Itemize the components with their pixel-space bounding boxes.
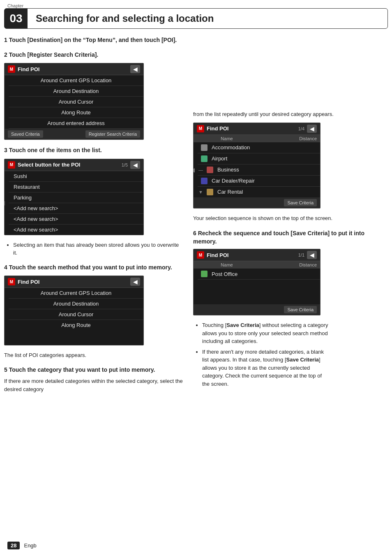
row-post-office[interactable]: Post Office (198, 269, 320, 280)
back-btn-4[interactable]: ◀ (307, 125, 317, 133)
step6-bullets: Touching [Save Criteria] without selecti… (202, 321, 330, 388)
ui-title-5: Find POI (207, 252, 228, 258)
saved-criteria-btn[interactable]: Saved Criteria (8, 130, 43, 138)
page-footer: 28 Engb (0, 542, 392, 549)
app-icon-5: M (197, 251, 204, 259)
app-icon-2: M (8, 161, 15, 169)
step6-bullet1: Touching [Save Criteria] without selecti… (202, 321, 330, 345)
page-language: Engb (24, 542, 36, 549)
page-num-5: 1/1 (298, 253, 304, 257)
row-gps2[interactable]: Around Current GPS Location (9, 288, 143, 299)
ui-title-2: Select button for the POI (18, 162, 80, 168)
row-business[interactable]: — Business (198, 164, 320, 176)
app-icon-3: M (8, 278, 15, 285)
row-car-dealer[interactable]: Car Dealer/Repair (198, 176, 320, 187)
page-number-box: 28 (7, 542, 20, 549)
step3-bullets: Selecting an item that has already been … (13, 241, 183, 257)
row-cursor2[interactable]: Around Cursor (9, 309, 143, 320)
find-poi-categories-screenshot: M Find POI 1/4 ◀ Name Distance ◀ (193, 123, 321, 208)
step6-bullet2: If there aren't any more detailed catego… (202, 348, 330, 388)
step4-heading: 4 Touch the search method that you want … (4, 264, 183, 272)
row-route2[interactable]: Along Route (9, 320, 143, 330)
chapter-header: 03 Searching for and selecting a locatio… (4, 8, 388, 29)
step5-body: If there are more detailed categories wi… (4, 377, 183, 393)
page-num-4: 1/4 (298, 126, 304, 131)
row-accommodation[interactable]: Accommodation (198, 142, 320, 153)
app-icon-1: M (8, 65, 15, 73)
row-restaurant[interactable]: Restaurant (9, 182, 143, 192)
row-around-dest[interactable]: Around Destination (9, 86, 143, 97)
register-search-btn[interactable]: Register Search Criteria (85, 130, 140, 138)
row-sushi[interactable]: Sushi (9, 171, 143, 182)
row-around-cursor[interactable]: Around Cursor (9, 97, 143, 107)
col-name-header-5: Name (197, 262, 257, 267)
find-poi-post-office-screenshot: M Find POI 1/1 ◀ Name Distance Post Off (193, 249, 321, 315)
save-criteria-btn-5[interactable]: Save Criteria (284, 306, 317, 313)
find-poi-screenshot-2: M Find POI ◀ Around Current GPS Location… (4, 276, 144, 345)
page-num-2: 1/5 (122, 162, 128, 167)
row-add-new-3[interactable]: <Add new search> (9, 225, 143, 235)
chapter-number: 03 (5, 9, 28, 28)
step1-heading: 1 Touch [Destination] on the “Top Menu”,… (4, 36, 183, 44)
row-dest2[interactable]: Around Destination (9, 299, 143, 309)
save-criteria-btn-4[interactable]: Save Criteria (284, 199, 317, 206)
step5-right-intro: from the list repeatedly until your desi… (193, 110, 388, 118)
step4-text-below: The list of POI categories appears. (4, 351, 183, 359)
step6-heading: 6 Recheck the sequence and touch [Save C… (193, 229, 388, 246)
step5-heading: 5 Touch the category that you want to pu… (4, 366, 183, 374)
col-distance-header-5: Distance (257, 262, 317, 267)
row-along-route[interactable]: Along Route (9, 107, 143, 118)
back-btn-1[interactable]: ◀ (130, 65, 140, 73)
back-btn-2[interactable]: ◀ (130, 161, 140, 169)
step3-heading: 3 Touch one of the items on the list. (4, 146, 183, 155)
row-add-new-1[interactable]: <Add new search> (9, 203, 143, 214)
step3-bullet1: Selecting an item that has already been … (13, 241, 183, 257)
row-around-entered[interactable]: Around entered address (9, 118, 143, 129)
back-btn-3[interactable]: ◀ (130, 278, 140, 286)
col-name-header: Name (197, 136, 257, 141)
col-distance-header: Distance (257, 136, 317, 141)
app-icon-4: M (197, 125, 204, 132)
select-poi-screenshot: M Select button for the POI 1/5 ◀ ◀ Sush… (4, 159, 144, 235)
chapter-title: Searching for and selecting a location (28, 9, 222, 28)
step2-heading: 2 Touch [Register Search Criteria]. (4, 51, 183, 59)
find-poi-screenshot-1: M Find POI ◀ Around Current GPS Location… (4, 63, 144, 140)
row-airport[interactable]: Airport (198, 153, 320, 164)
row-car-rental[interactable]: ▼ Car Rental (198, 187, 320, 197)
ui-title-1: Find POI (18, 66, 39, 72)
ui-title-3: Find POI (18, 279, 39, 285)
row-parking[interactable]: Parking (9, 192, 143, 203)
row-around-gps[interactable]: Around Current GPS Location (9, 75, 143, 86)
row-add-new-2[interactable]: <Add new search> (9, 214, 143, 225)
ui-title-4: Find POI (207, 125, 228, 132)
step5-note: Your selection sequence is shown on the … (193, 214, 388, 222)
chapter-label: Chapter (0, 0, 392, 8)
back-btn-5[interactable]: ◀ (307, 251, 317, 259)
